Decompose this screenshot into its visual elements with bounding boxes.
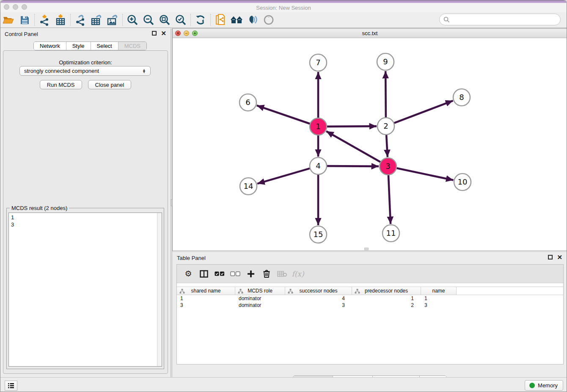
zoom-fit-button[interactable] (157, 13, 173, 27)
tab-style[interactable]: Style (66, 42, 91, 50)
search-input[interactable] (450, 17, 560, 23)
zoom-in-button[interactable] (124, 13, 140, 27)
graph-node-3[interactable]: 3 (380, 158, 396, 175)
apply-layout-button[interactable] (193, 13, 209, 27)
network-view-window: × − + scc.txt 7968124314101511 (172, 28, 567, 251)
show-graphics-button[interactable] (261, 13, 277, 27)
result-scrollbar[interactable] (157, 213, 162, 366)
graph-edge-1-2[interactable] (327, 126, 377, 127)
graph-edge-4-3[interactable] (327, 166, 379, 166)
mcds-result-group: MCDS result (2 nodes) 13 (6, 208, 164, 369)
export-table-icon (91, 14, 102, 26)
export-image-button[interactable] (105, 13, 121, 27)
tab-network[interactable]: Network (34, 42, 66, 50)
table-cell[interactable]: 1 (177, 295, 235, 302)
close-panel-icon[interactable]: ✕ (161, 31, 166, 36)
delete-table-icon (277, 271, 287, 277)
graph-node-4[interactable]: 4 (310, 157, 327, 174)
graph-edge-3-1[interactable] (326, 131, 381, 162)
delete-table-button[interactable] (276, 268, 289, 280)
tab-mcds[interactable]: MCDS (118, 42, 146, 50)
memory-button[interactable]: Memory (525, 380, 563, 391)
delete-column-button[interactable] (260, 268, 273, 280)
graph-node-1[interactable]: 1 (310, 118, 327, 135)
import-table-button[interactable] (52, 13, 69, 27)
graph-node-7[interactable]: 7 (310, 54, 327, 71)
search-field[interactable] (439, 14, 561, 25)
table-panel-title: Table Panel (177, 255, 206, 261)
graph-edge-3-10[interactable] (396, 168, 454, 180)
table-row[interactable]: 1dominator411 (177, 295, 563, 302)
table-cell[interactable]: 4 (285, 295, 352, 302)
table-cell[interactable]: 3 (285, 302, 352, 309)
graph-node-8[interactable]: 8 (453, 89, 470, 106)
graph-edge-2-9[interactable] (385, 71, 386, 118)
show-task-history-button[interactable] (5, 381, 17, 391)
table-cell[interactable]: 1 (421, 295, 457, 302)
svg-text:14: 14 (244, 182, 253, 190)
control-panel-titlebar: Control Panel ✕ (0, 28, 171, 39)
graph-node-14[interactable]: 14 (240, 178, 257, 195)
zoom-out-icon (143, 14, 154, 26)
svg-text:10: 10 (458, 177, 468, 186)
open-session-button[interactable] (0, 13, 17, 27)
add-column-button[interactable] (245, 268, 257, 280)
table-cell[interactable]: dominator (235, 302, 285, 309)
table-settings-button[interactable]: ⚙ (182, 268, 195, 280)
export-network-button[interactable] (72, 13, 88, 27)
graph-edge-3-11[interactable] (388, 175, 391, 224)
import-network-icon (39, 14, 50, 26)
run-mcds-button[interactable]: Run MCDS (40, 80, 82, 89)
network-bottom-grip[interactable] (364, 248, 369, 250)
float-table-panel-icon[interactable] (548, 255, 553, 259)
svg-text:3: 3 (385, 162, 390, 171)
column-header-shared-name[interactable]: shared name (177, 287, 235, 295)
graph-node-11[interactable]: 11 (383, 225, 399, 242)
network-window-title: scc.txt (173, 30, 567, 36)
float-panel-icon[interactable] (152, 31, 157, 36)
network-window-titlebar[interactable]: × − + scc.txt (173, 29, 567, 38)
graph-edge-2-8[interactable] (394, 101, 453, 123)
graph-edge-2-3[interactable] (386, 135, 388, 157)
table-cell[interactable]: 3 (421, 302, 457, 309)
mcds-result-item[interactable]: 1 (11, 214, 156, 221)
close-panel-button[interactable]: Close panel (88, 80, 132, 89)
table-cell[interactable]: 3 (177, 302, 235, 309)
deselect-all-button[interactable] (229, 268, 242, 280)
search-icon (443, 17, 450, 23)
column-header-MCDS-role[interactable]: MCDS role (235, 287, 285, 295)
column-header-predecessor-nodes[interactable]: predecessor nodes (352, 287, 421, 295)
graph-node-2[interactable]: 2 (377, 118, 394, 135)
toolbar-separator (190, 14, 191, 26)
graph-edge-1-6[interactable] (257, 105, 310, 124)
zoom-out-button[interactable] (140, 13, 157, 27)
graph-edge-4-14[interactable] (257, 168, 310, 184)
column-header-name[interactable]: name (421, 287, 457, 295)
toolbar-separator (122, 14, 123, 26)
graph-node-10[interactable]: 10 (454, 174, 471, 190)
hide-details-button[interactable] (245, 13, 261, 27)
column-header-successor-nodes[interactable]: successor nodes (285, 287, 352, 295)
home-views-button[interactable] (228, 13, 245, 27)
network-canvas[interactable]: 7968124314101511 (173, 38, 567, 251)
criterion-select[interactable]: strongly connected component ▲▼ (19, 66, 151, 76)
table-cell[interactable]: 1 (352, 295, 421, 302)
graph-node-9[interactable]: 9 (377, 53, 394, 70)
graph-node-15[interactable]: 15 (310, 226, 327, 243)
table-cell[interactable]: 2 (352, 302, 421, 309)
table-row[interactable]: 3dominator323 (177, 302, 563, 309)
import-network-button[interactable] (36, 13, 52, 27)
graph-node-6[interactable]: 6 (239, 94, 256, 111)
trash-icon (263, 270, 270, 278)
table-cell[interactable]: dominator (235, 295, 285, 302)
tab-select[interactable]: Select (91, 42, 118, 50)
mcds-result-item[interactable]: 3 (11, 221, 156, 228)
select-all-button[interactable] (213, 268, 226, 280)
close-table-panel-icon[interactable]: ✕ (557, 255, 562, 259)
function-builder-button[interactable]: f(x) (292, 268, 304, 280)
column-layout-button[interactable] (198, 268, 210, 280)
copy-style-button[interactable] (212, 13, 228, 27)
export-table-button[interactable] (88, 13, 105, 27)
zoom-selected-button[interactable] (173, 13, 189, 27)
save-session-button[interactable] (17, 13, 33, 27)
